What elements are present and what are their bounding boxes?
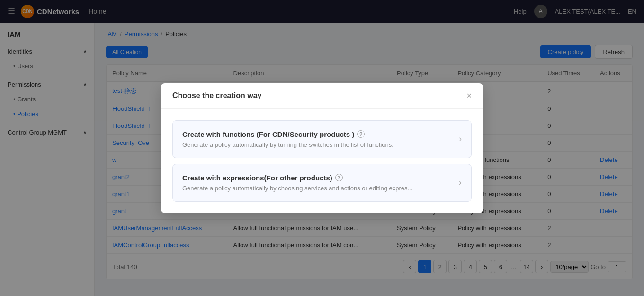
help-icon-functions[interactable]: ? — [357, 130, 365, 138]
modal-close-button[interactable]: × — [466, 91, 472, 101]
option-functions-title: Create with functions (For CDN/Security … — [182, 130, 459, 138]
option-functions-chevron: › — [459, 134, 462, 144]
option-functions-title-text: Create with functions (For CDN/Security … — [182, 130, 354, 138]
creation-option-functions[interactable]: Create with functions (For CDN/Security … — [172, 120, 472, 158]
option-functions-content: Create with functions (For CDN/Security … — [182, 130, 459, 148]
option-expressions-title: Create with expressions(For other produc… — [182, 174, 459, 182]
option-expressions-title-text: Create with expressions(For other produc… — [182, 174, 332, 182]
creation-modal: Choose the creation way × Create with fu… — [161, 83, 483, 213]
modal-overlay[interactable]: Choose the creation way × Create with fu… — [0, 0, 644, 296]
help-icon-expressions[interactable]: ? — [335, 174, 343, 181]
modal-body: Create with functions (For CDN/Security … — [161, 109, 483, 213]
option-expressions-desc: Generate a policy automatically by choos… — [182, 185, 459, 192]
option-functions-desc: Generate a policy automatically by turni… — [182, 141, 459, 148]
modal-header: Choose the creation way × — [161, 83, 483, 109]
creation-option-expressions[interactable]: Create with expressions(For other produc… — [172, 164, 472, 202]
modal-title: Choose the creation way — [172, 91, 262, 100]
option-expressions-content: Create with expressions(For other produc… — [182, 174, 459, 192]
option-expressions-chevron: › — [459, 178, 462, 188]
